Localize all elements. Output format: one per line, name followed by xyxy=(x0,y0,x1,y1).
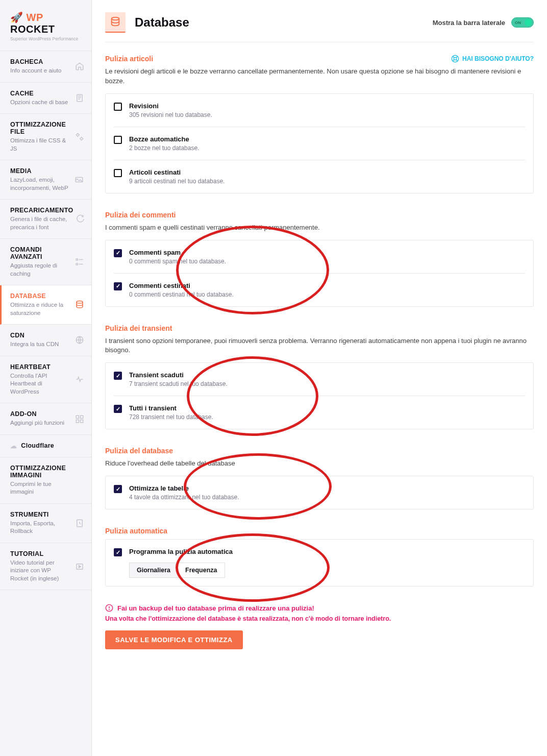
sidebar-toggle-label: Mostra la barra laterale xyxy=(433,19,505,27)
options-box-posts: Revisioni 305 revisioni nel tuo database… xyxy=(105,93,534,193)
nav-label: OTTIMIZZAZIONE IMMAGINI xyxy=(10,465,70,479)
page-title: Database xyxy=(135,15,189,30)
checkbox-ottimizza-le-tabelle[interactable] xyxy=(114,485,122,493)
nav-label: CACHE xyxy=(10,90,70,97)
warning-line: Fai un backup del tuo database prima di … xyxy=(105,604,534,612)
svg-point-22 xyxy=(109,609,110,610)
option-row: Transient scaduti 7 transient scaduti ne… xyxy=(114,363,525,396)
logo: 🚀 WP ROCKET Superior WordPress Performan… xyxy=(0,0,91,51)
nav-icon xyxy=(75,62,84,71)
option-title: Commenti spam xyxy=(129,249,525,256)
checkbox-bozze-automatiche[interactable] xyxy=(114,136,122,144)
option-title: Bozze automatiche xyxy=(129,135,525,143)
nav-desc: Aggiungi più funzioni xyxy=(10,419,70,427)
nav-label: PRECARICAMENTO xyxy=(10,207,70,214)
sidebar-item-tutorial[interactable]: TUTORIAL Video tutorial per iniziare con… xyxy=(0,543,91,591)
nav-desc: Ottimizza i file CSS & JS xyxy=(10,137,70,153)
sidebar-item-database[interactable]: DATABASE Ottimizza e riduce la saturazio… xyxy=(0,285,91,325)
checkbox-schedule[interactable] xyxy=(114,548,122,556)
nav-label: MEDIA xyxy=(10,167,70,175)
section-database: Pulizia del database Riduce l'overhead d… xyxy=(105,447,534,509)
sidebar-item-comandi-avanzati[interactable]: COMANDI AVANZATI Aggiusta regole di cach… xyxy=(0,239,91,285)
nav-icon xyxy=(75,335,84,345)
nav-desc: Opzioni cache di base xyxy=(10,99,70,107)
sidebar-item-cdn[interactable]: CDN Integra la tua CDN xyxy=(0,325,91,356)
option-row: Tutti i transient 728 transient nel tuo … xyxy=(114,396,525,429)
nav-desc: Genera i file di cache, precarica i font xyxy=(10,215,70,231)
option-desc: 7 transient scaduti nel tuo database. xyxy=(129,380,525,387)
nav-icon xyxy=(75,132,84,141)
save-optimize-button[interactable]: SALVE LE MODIFICA E OTTIMIZZA xyxy=(105,630,243,649)
option-row: Ottimizza le tabelle 4 tavole da ottimiz… xyxy=(114,476,525,509)
schedule-value-select[interactable]: Giornaliera xyxy=(129,563,178,578)
option-desc: 2 bozze nel tuo database. xyxy=(129,144,525,152)
section-posts: Pulizia articoli HAI BISOGNO D'AIUTO? Le… xyxy=(105,55,534,193)
section-title-comments: Pulizia dei commenti xyxy=(105,211,176,219)
sidebar-item-cache[interactable]: CACHE Opzioni cache di base xyxy=(0,83,91,114)
section-title-database: Pulizia del database xyxy=(105,447,173,455)
sidebar-item-bacheca[interactable]: BACHECA Info account e aiuto xyxy=(0,51,91,83)
checkbox-articoli-cestinati[interactable] xyxy=(114,169,122,177)
section-title-posts: Pulizia articoli xyxy=(105,55,153,63)
nav-icon xyxy=(75,519,84,528)
options-box-transients: Transient scaduti 7 transient scaduti ne… xyxy=(105,362,534,429)
section-title-auto: Pulizia automatica xyxy=(105,527,167,535)
checkbox-commenti-spam[interactable] xyxy=(114,249,122,257)
nav-desc: Importa, Esporta, Rollback xyxy=(10,520,70,535)
checkbox-transient-scaduti[interactable] xyxy=(114,372,122,380)
sidebar-item-precaricamento[interactable]: PRECARICAMENTO Genera i file di cache, p… xyxy=(0,200,91,239)
sidebar-item-ottimizzazione-file[interactable]: OTTIMIZZAZIONE FILE Ottimizza i file CSS… xyxy=(0,114,91,160)
option-desc: 4 tavole da ottimizzare nel tuo database… xyxy=(129,494,525,501)
nav-label: ADD-ON xyxy=(10,410,70,418)
sidebar-item-media[interactable]: MEDIA LazyLoad, emoji, incorporamenti, W… xyxy=(0,160,91,200)
warning-sub: Una volta che l'ottimizzazione del datab… xyxy=(105,615,534,622)
sidebar: 🚀 WP ROCKET Superior WordPress Performan… xyxy=(0,0,92,756)
nav-icon xyxy=(75,300,84,309)
option-row: Commenti spam 0 commenti spam nel tuo da… xyxy=(114,240,525,274)
schedule-frequency-label: Frequenza xyxy=(178,563,225,578)
nav-label: COMANDI AVANZATI xyxy=(10,246,70,260)
options-box-comments: Commenti spam 0 commenti spam nel tuo da… xyxy=(105,240,534,307)
svg-rect-5 xyxy=(76,259,78,260)
nav-desc: Integra la tua CDN xyxy=(10,340,70,349)
nav-label: Cloudflare xyxy=(21,442,54,449)
sidebar-item-add-on[interactable]: ADD-ON Aggiungi più funzioni xyxy=(0,403,91,435)
option-title: Articoli cestinati xyxy=(129,168,525,176)
option-row: Bozze automatiche 2 bozze nel tuo databa… xyxy=(114,127,525,160)
options-box-database: Ottimizza le tabelle 4 tavole da ottimiz… xyxy=(105,476,534,509)
svg-rect-12 xyxy=(81,416,83,418)
checkbox-commenti-cestinati[interactable] xyxy=(114,282,122,290)
option-desc: 728 transient nel tuo database. xyxy=(129,413,525,421)
svg-point-19 xyxy=(454,57,456,60)
svg-point-18 xyxy=(452,55,458,62)
nav-desc: LazyLoad, emoji, incorporamenti, WebP xyxy=(10,176,70,192)
sidebar-item-ottimizzazione-immagini[interactable]: OTTIMIZZAZIONE IMMAGINI Comprimi le tue … xyxy=(0,457,91,504)
option-row: Articoli cestinati 9 articoli cestinati … xyxy=(114,160,525,193)
nav-desc: Comprimi le tue immagini xyxy=(10,480,70,496)
checkbox-tutti-i-transient[interactable] xyxy=(114,405,122,413)
svg-rect-13 xyxy=(76,420,79,422)
sidebar-toggle-switch[interactable]: ON xyxy=(511,17,534,28)
options-box-auto: Programma la pulizia automatica Giornali… xyxy=(105,539,534,587)
sidebar-item-cloudflare[interactable]: ☁Cloudflare xyxy=(0,435,91,457)
nav-label: HEARTBEAT xyxy=(10,363,70,371)
section-title-transients: Pulizia dei transient xyxy=(105,324,172,332)
section-transients: Pulizia dei transient I transient sono o… xyxy=(105,324,534,430)
checkbox-revisioni[interactable] xyxy=(114,103,122,111)
sidebar-item-strumenti[interactable]: STRUMENTI Importa, Esporta, Rollback xyxy=(0,504,91,543)
nav-icon xyxy=(75,414,84,424)
section-auto: Pulizia automatica Programma la pulizia … xyxy=(105,527,534,587)
nav-desc: Controlla l'API Heartbeat di WordPress xyxy=(10,372,70,396)
sidebar-item-heartbeat[interactable]: HEARTBEAT Controlla l'API Heartbeat di W… xyxy=(0,356,91,404)
svg-rect-6 xyxy=(76,263,78,265)
option-title: Transient scaduti xyxy=(129,371,525,379)
option-title: Ottimizza le tabelle xyxy=(129,484,525,492)
svg-rect-14 xyxy=(81,420,83,422)
option-row: Revisioni 305 revisioni nel tuo database… xyxy=(114,94,525,127)
option-desc: 9 articoli cestinati nel tuo database. xyxy=(129,178,525,185)
help-link[interactable]: HAI BISOGNO D'AIUTO? xyxy=(451,55,534,63)
nav-desc: Ottimizza e riduce la saturazione xyxy=(10,301,70,317)
nav-icon xyxy=(75,214,84,224)
nav-label: DATABASE xyxy=(10,292,70,300)
page-header: Database Mostra la barra laterale ON xyxy=(105,12,534,42)
